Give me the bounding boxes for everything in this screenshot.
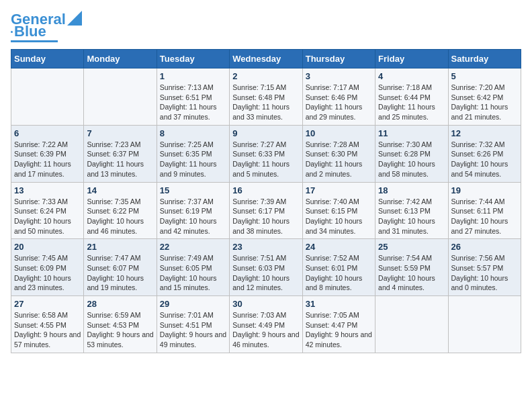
day-info: Sunrise: 7:54 AM Sunset: 5:59 PM Dayligh… <box>378 253 445 293</box>
column-header-friday: Friday <box>375 50 448 68</box>
day-number: 3 <box>306 71 372 81</box>
logo: General Blue <box>11 11 82 42</box>
column-header-monday: Monday <box>84 50 157 68</box>
calendar-row: 20Sunrise: 7:45 AM Sunset: 6:09 PM Dayli… <box>11 239 521 296</box>
calendar-cell: 24Sunrise: 7:52 AM Sunset: 6:01 PM Dayli… <box>302 239 375 296</box>
calendar-cell: 19Sunrise: 7:44 AM Sunset: 6:11 PM Dayli… <box>448 182 521 239</box>
day-info: Sunrise: 7:27 AM Sunset: 6:33 PM Dayligh… <box>232 140 299 179</box>
day-info: Sunrise: 7:39 AM Sunset: 6:17 PM Dayligh… <box>232 197 299 236</box>
day-number: 18 <box>378 185 445 195</box>
calendar-cell <box>84 68 157 126</box>
day-number: 16 <box>232 185 299 195</box>
day-info: Sunrise: 7:05 AM Sunset: 4:47 PM Dayligh… <box>306 310 372 350</box>
day-number: 7 <box>87 128 153 138</box>
calendar-cell <box>11 68 84 126</box>
day-info: Sunrise: 7:56 AM Sunset: 5:57 PM Dayligh… <box>451 253 518 293</box>
calendar-cell: 11Sunrise: 7:30 AM Sunset: 6:28 PM Dayli… <box>375 125 448 182</box>
column-header-tuesday: Tuesday <box>157 50 229 68</box>
day-info: Sunrise: 7:47 AM Sunset: 6:07 PM Dayligh… <box>87 253 153 293</box>
day-number: 2 <box>232 71 299 81</box>
day-number: 14 <box>87 185 153 195</box>
calendar-cell: 4Sunrise: 7:18 AM Sunset: 6:44 PM Daylig… <box>375 68 448 126</box>
day-number: 15 <box>160 185 226 195</box>
calendar-cell: 23Sunrise: 7:51 AM Sunset: 6:03 PM Dayli… <box>230 239 302 296</box>
calendar-cell: 30Sunrise: 7:03 AM Sunset: 4:49 PM Dayli… <box>230 296 302 353</box>
logo-underline <box>11 40 58 42</box>
day-info: Sunrise: 7:40 AM Sunset: 6:15 PM Dayligh… <box>306 197 372 236</box>
day-info: Sunrise: 7:20 AM Sunset: 6:42 PM Dayligh… <box>451 83 518 122</box>
day-info: Sunrise: 7:32 AM Sunset: 6:26 PM Dayligh… <box>451 140 518 179</box>
day-number: 9 <box>232 128 299 138</box>
day-number: 17 <box>306 185 372 195</box>
calendar-cell: 31Sunrise: 7:05 AM Sunset: 4:47 PM Dayli… <box>302 296 375 353</box>
calendar-cell: 7Sunrise: 7:23 AM Sunset: 6:37 PM Daylig… <box>84 125 157 182</box>
day-number: 19 <box>451 185 518 195</box>
day-number: 28 <box>87 299 153 309</box>
day-number: 10 <box>306 128 372 138</box>
column-header-saturday: Saturday <box>448 50 521 68</box>
day-info: Sunrise: 7:33 AM Sunset: 6:24 PM Dayligh… <box>14 197 81 236</box>
calendar-cell: 3Sunrise: 7:17 AM Sunset: 6:46 PM Daylig… <box>302 68 375 126</box>
column-header-sunday: Sunday <box>11 50 84 68</box>
day-number: 29 <box>160 299 226 309</box>
day-info: Sunrise: 7:23 AM Sunset: 6:37 PM Dayligh… <box>87 140 153 179</box>
day-number: 8 <box>160 128 226 138</box>
calendar-row: 13Sunrise: 7:33 AM Sunset: 6:24 PM Dayli… <box>11 182 521 239</box>
day-number: 27 <box>14 299 81 309</box>
day-info: Sunrise: 7:52 AM Sunset: 6:01 PM Dayligh… <box>306 253 372 293</box>
calendar-cell: 28Sunrise: 6:59 AM Sunset: 4:53 PM Dayli… <box>84 296 157 353</box>
day-info: Sunrise: 7:45 AM Sunset: 6:09 PM Dayligh… <box>14 253 81 293</box>
day-info: Sunrise: 7:51 AM Sunset: 6:03 PM Dayligh… <box>232 253 299 293</box>
calendar-cell: 17Sunrise: 7:40 AM Sunset: 6:15 PM Dayli… <box>302 182 375 239</box>
day-info: Sunrise: 7:13 AM Sunset: 6:51 PM Dayligh… <box>160 83 226 122</box>
day-info: Sunrise: 7:01 AM Sunset: 4:51 PM Dayligh… <box>160 310 226 350</box>
calendar-row: 6Sunrise: 7:22 AM Sunset: 6:39 PM Daylig… <box>11 125 521 182</box>
day-info: Sunrise: 7:44 AM Sunset: 6:11 PM Dayligh… <box>451 197 518 236</box>
logo-blue-text: Blue <box>14 24 46 39</box>
calendar-cell: 5Sunrise: 7:20 AM Sunset: 6:42 PM Daylig… <box>448 68 521 126</box>
day-number: 30 <box>232 299 299 309</box>
day-info: Sunrise: 7:49 AM Sunset: 6:05 PM Dayligh… <box>160 253 226 293</box>
day-info: Sunrise: 7:25 AM Sunset: 6:35 PM Dayligh… <box>160 140 226 179</box>
calendar-cell: 1Sunrise: 7:13 AM Sunset: 6:51 PM Daylig… <box>157 68 229 126</box>
calendar-cell: 15Sunrise: 7:37 AM Sunset: 6:19 PM Dayli… <box>157 182 229 239</box>
calendar-cell: 12Sunrise: 7:32 AM Sunset: 6:26 PM Dayli… <box>448 125 521 182</box>
calendar-cell: 27Sunrise: 6:58 AM Sunset: 4:55 PM Dayli… <box>11 296 84 353</box>
calendar-cell <box>375 296 448 353</box>
calendar-cell: 25Sunrise: 7:54 AM Sunset: 5:59 PM Dayli… <box>375 239 448 296</box>
day-info: Sunrise: 7:28 AM Sunset: 6:30 PM Dayligh… <box>306 140 372 179</box>
day-number: 25 <box>378 242 445 252</box>
day-number: 11 <box>378 128 445 138</box>
day-number: 22 <box>160 242 226 252</box>
header-row: SundayMondayTuesdayWednesdayThursdayFrid… <box>11 50 521 68</box>
day-info: Sunrise: 7:15 AM Sunset: 6:48 PM Dayligh… <box>232 83 299 122</box>
day-info: Sunrise: 7:03 AM Sunset: 4:49 PM Dayligh… <box>232 310 299 350</box>
day-number: 4 <box>378 71 445 81</box>
day-number: 1 <box>160 71 226 81</box>
calendar-cell: 13Sunrise: 7:33 AM Sunset: 6:24 PM Dayli… <box>11 182 84 239</box>
day-number: 20 <box>14 242 81 252</box>
calendar-cell: 20Sunrise: 7:45 AM Sunset: 6:09 PM Dayli… <box>11 239 84 296</box>
day-number: 31 <box>306 299 372 309</box>
day-info: Sunrise: 7:35 AM Sunset: 6:22 PM Dayligh… <box>87 197 153 236</box>
calendar-cell: 29Sunrise: 7:01 AM Sunset: 4:51 PM Dayli… <box>157 296 229 353</box>
day-number: 26 <box>451 242 518 252</box>
day-info: Sunrise: 7:30 AM Sunset: 6:28 PM Dayligh… <box>378 140 445 179</box>
day-info: Sunrise: 7:22 AM Sunset: 6:39 PM Dayligh… <box>14 140 81 179</box>
calendar-row: 27Sunrise: 6:58 AM Sunset: 4:55 PM Dayli… <box>11 296 521 353</box>
day-info: Sunrise: 6:58 AM Sunset: 4:55 PM Dayligh… <box>14 310 81 350</box>
calendar-cell <box>448 296 521 353</box>
day-number: 13 <box>14 185 81 195</box>
svg-marker-0 <box>67 11 82 26</box>
day-info: Sunrise: 6:59 AM Sunset: 4:53 PM Dayligh… <box>87 310 153 350</box>
day-number: 6 <box>14 128 81 138</box>
calendar-cell: 6Sunrise: 7:22 AM Sunset: 6:39 PM Daylig… <box>11 125 84 182</box>
calendar-cell: 8Sunrise: 7:25 AM Sunset: 6:35 PM Daylig… <box>157 125 229 182</box>
column-header-thursday: Thursday <box>302 50 375 68</box>
calendar-cell: 9Sunrise: 7:27 AM Sunset: 6:33 PM Daylig… <box>230 125 302 182</box>
day-number: 24 <box>306 242 372 252</box>
day-info: Sunrise: 7:42 AM Sunset: 6:13 PM Dayligh… <box>378 197 445 236</box>
day-number: 12 <box>451 128 518 138</box>
page-header: General Blue <box>11 11 521 42</box>
calendar-cell: 21Sunrise: 7:47 AM Sunset: 6:07 PM Dayli… <box>84 239 157 296</box>
